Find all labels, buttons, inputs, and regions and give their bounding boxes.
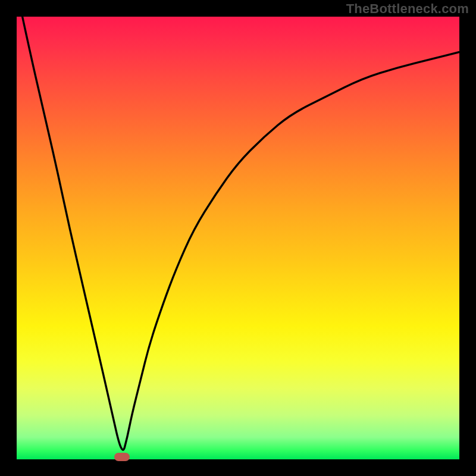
- chart-frame: TheBottleneck.com: [0, 0, 476, 476]
- watermark-text: TheBottleneck.com: [346, 1, 469, 17]
- plot-area: [17, 17, 459, 459]
- curve-svg: [17, 17, 459, 459]
- curve-path: [17, 17, 459, 450]
- min-marker: [114, 453, 130, 461]
